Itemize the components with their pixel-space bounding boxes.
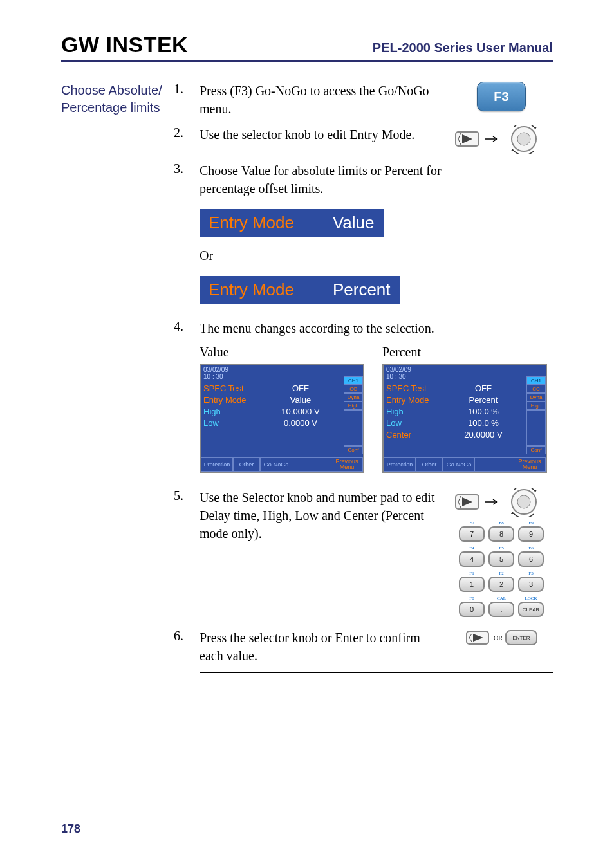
- numpad-key-3[interactable]: 3: [518, 577, 544, 592]
- numpad-key-2[interactable]: 2: [488, 577, 514, 592]
- screen-heading-value: Value: [200, 345, 364, 360]
- entry-mode-value: Value: [333, 213, 375, 233]
- numpad-key-1[interactable]: 1: [459, 577, 485, 592]
- step-number: 1.: [174, 82, 200, 97]
- numpad-key-4[interactable]: 4: [459, 551, 485, 567]
- lcd-date: 03/02/09: [203, 366, 360, 373]
- numpad-flabel: F7: [469, 521, 474, 526]
- step-number: 3.: [174, 162, 200, 176]
- selector-knob-arrow-icon: [453, 125, 550, 154]
- enter-icon-group: OR ENTER: [465, 629, 537, 647]
- entry-mode-label: Entry Mode: [209, 213, 294, 233]
- lcd-key: Low: [203, 418, 260, 429]
- step-text: Use the selector knob to edit Entry Mode…: [200, 125, 450, 143]
- page-number: 178: [61, 822, 80, 836]
- step-text: Use the Selector knob and number pad to …: [200, 488, 450, 542]
- lcd-time: 10 : 30: [203, 373, 360, 380]
- entry-mode-percent-bar: Entry Mode Percent: [200, 276, 400, 304]
- lcd-key: Low: [386, 418, 443, 429]
- numpad-flabel: CAL: [497, 596, 506, 602]
- numpad-key-9[interactable]: 9: [518, 526, 544, 542]
- lcd-value: Percent: [443, 394, 543, 406]
- numpad-flabel: F2: [499, 571, 503, 577]
- lcd-value: Value: [260, 394, 360, 406]
- lcd-row: SPEC TestOFF: [203, 383, 360, 394]
- svg-point-7: [517, 495, 530, 508]
- step-number: 6.: [174, 629, 200, 643]
- lcd-time: 10 : 30: [386, 373, 543, 380]
- lcd-value: 100.0 %: [443, 406, 543, 418]
- lcd-row: High100.0 %: [386, 406, 543, 418]
- lcd-row: Low0.0000 V: [203, 418, 360, 429]
- numpad-icon: F77F88F99F44F55F66F11F22F33F00CAL.LOCKCL…: [459, 521, 544, 617]
- step-text: Choose Value for absolute limits or Perc…: [200, 162, 450, 198]
- lcd-key: High: [386, 406, 443, 418]
- numpad-key-.[interactable]: .: [488, 602, 514, 617]
- lcd-date: 03/02/09: [386, 366, 543, 373]
- lcd-value: OFF: [443, 383, 543, 394]
- lcd-value: 10.0000 V: [260, 406, 360, 418]
- lcd-key: Center: [386, 429, 443, 441]
- numpad-flabel: LOCK: [525, 596, 537, 602]
- numpad-flabel: F3: [528, 571, 533, 577]
- or-text: Or: [200, 248, 553, 263]
- screen-heading-percent: Percent: [382, 345, 547, 360]
- lcd-row: High10.0000 V: [203, 406, 360, 418]
- step-text: Press (F3) Go-NoGo to access the Go/NoGo…: [200, 82, 450, 118]
- lcd-key: Entry Mode: [203, 394, 260, 406]
- svg-point-3: [517, 133, 530, 145]
- numpad-flabel: F5: [499, 546, 503, 551]
- numpad-flabel: F9: [528, 521, 533, 526]
- numpad-key-5[interactable]: 5: [488, 551, 514, 567]
- numpad-key-0[interactable]: 0: [459, 602, 485, 617]
- lcd-value: OFF: [260, 383, 360, 394]
- entry-mode-value: Percent: [333, 280, 391, 300]
- numpad-key-6[interactable]: 6: [518, 551, 544, 567]
- lcd-value: 0.0000 V: [260, 418, 360, 429]
- lcd-percent-screenshot: 03/02/09 10 : 30 CH1 CC Dyna High Conf S…: [382, 364, 547, 473]
- lcd-key: SPEC Test: [386, 383, 443, 394]
- manual-title: PEL-2000 Series User Manual: [373, 41, 553, 55]
- step-text: Press the selector knob or Enter to conf…: [200, 629, 450, 665]
- numpad-flabel: F0: [469, 596, 474, 602]
- lcd-fbtn-protection: Protection: [384, 457, 416, 472]
- lcd-value-screenshot: 03/02/09 10 : 30 CH1 CC Dyna High Conf S…: [200, 364, 364, 473]
- numpad-key-7[interactable]: 7: [459, 526, 485, 542]
- numpad-key-clear[interactable]: CLEAR: [518, 602, 544, 617]
- lcd-value: 100.0 %: [443, 418, 543, 429]
- entry-mode-label: Entry Mode: [209, 280, 294, 300]
- step-number: 5.: [174, 488, 200, 503]
- lcd-fbtn-protection: Protection: [201, 457, 233, 472]
- numpad-key-8[interactable]: 8: [488, 526, 514, 542]
- numpad-flabel: F4: [469, 546, 474, 551]
- f3-key[interactable]: F3: [477, 82, 526, 111]
- lcd-fbtn-gonogo: Go-NoGo: [260, 457, 292, 472]
- enter-or-text: OR: [494, 634, 503, 642]
- step-number: 2.: [174, 125, 200, 140]
- brand-logo: GW INSTEK: [61, 32, 188, 57]
- lcd-row: SPEC TestOFF: [386, 383, 543, 394]
- step-number: 4.: [174, 319, 200, 334]
- lcd-key: Entry Mode: [386, 394, 443, 406]
- numpad-flabel: F1: [469, 571, 474, 577]
- lcd-fbtn-gonogo: Go-NoGo: [443, 457, 475, 472]
- lcd-key: SPEC Test: [203, 383, 260, 394]
- numpad-flabel: F8: [499, 521, 503, 526]
- section-label: Choose Absolute/ Percentage limits: [61, 82, 174, 116]
- lcd-fbtn-prev: Previous Menu: [514, 457, 546, 472]
- lcd-row: Entry ModeValue: [203, 394, 360, 406]
- lcd-fbtn-prev: Previous Menu: [331, 457, 363, 472]
- entry-mode-value-bar: Entry Mode Value: [200, 209, 384, 237]
- lcd-row: Entry ModePercent: [386, 394, 543, 406]
- lcd-value: 20.0000 V: [443, 429, 543, 441]
- lcd-row: Center20.0000 V: [386, 429, 543, 441]
- selector-knob-arrow-icon: [453, 488, 550, 517]
- lcd-row: Low100.0 %: [386, 418, 543, 429]
- lcd-key: High: [203, 406, 260, 418]
- lcd-fbtn-other: Other: [233, 457, 260, 472]
- enter-key[interactable]: ENTER: [505, 630, 537, 645]
- lcd-fbtn-other: Other: [416, 457, 443, 472]
- step-text: The menu changes according to the select…: [200, 319, 450, 337]
- numpad-flabel: F6: [528, 546, 533, 551]
